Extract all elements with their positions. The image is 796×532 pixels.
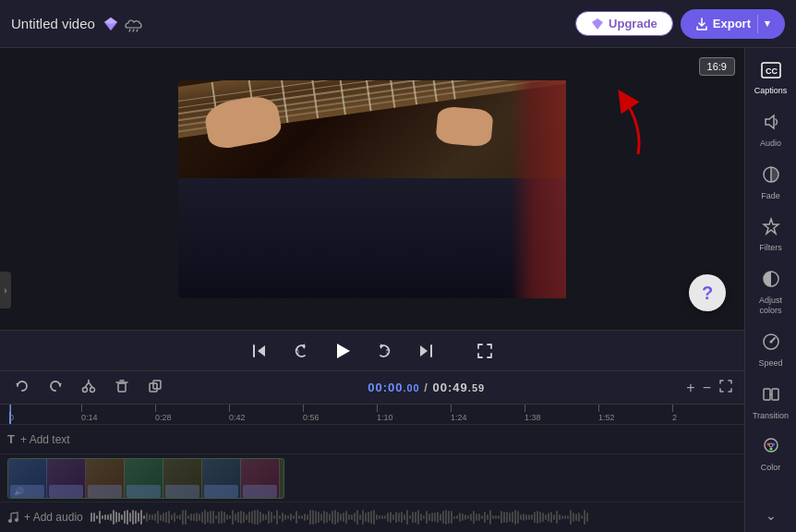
zoom-out-button[interactable]: −	[703, 380, 711, 396]
wave-bar	[199, 514, 200, 520]
wave-bar	[307, 514, 308, 519]
wave-bar	[132, 510, 134, 525]
total-time-ms: .59	[468, 382, 485, 393]
ruler-mark-14: 0:14	[81, 405, 98, 424]
wave-bar	[129, 513, 131, 523]
wave-bar	[467, 515, 469, 520]
sidebar-item-adjust-colors[interactable]: Adjust colors	[745, 262, 796, 323]
wave-bar	[196, 513, 198, 522]
wave-bar	[185, 510, 187, 524]
volume-indicator-1: 🔊	[14, 487, 24, 496]
wave-bar	[135, 511, 137, 523]
timeline-time-display: 00:00.00 / 00:49.59	[177, 381, 675, 394]
fullscreen-button[interactable]	[473, 339, 497, 363]
wave-bar	[390, 512, 392, 524]
captions-label: Captions	[754, 86, 788, 96]
topbar-icons	[103, 16, 143, 32]
wave-bar	[586, 513, 588, 522]
svg-marker-32	[766, 115, 774, 128]
ruler-mark-28: 0:28	[155, 405, 172, 424]
video-clip[interactable]: 🔊	[7, 458, 284, 499]
wave-bar	[417, 510, 419, 525]
cut-button[interactable]	[78, 377, 100, 398]
ruler-tick-14	[81, 405, 82, 412]
wave-bar	[553, 514, 555, 520]
sidebar-item-audio[interactable]: Audio	[745, 105, 796, 156]
sidebar-item-transition[interactable]: Transition	[745, 378, 796, 429]
export-button[interactable]: Export ▾	[681, 9, 785, 39]
wave-bar	[489, 510, 491, 526]
timeline-ruler: 0 0:14 0:28 0:42 0:56 1:10 1:24 1:38 1:5…	[0, 405, 744, 425]
wave-bar	[561, 515, 563, 518]
delete-button[interactable]	[111, 377, 133, 398]
ruler-tick-152	[598, 405, 599, 412]
svg-marker-9	[302, 344, 305, 349]
wave-bar	[431, 513, 433, 522]
duplicate-button[interactable]	[144, 377, 166, 398]
wave-bar	[359, 514, 361, 521]
svg-text:CC: CC	[766, 66, 778, 76]
left-panel-expand[interactable]: ›	[0, 272, 11, 308]
wave-bar	[420, 514, 422, 521]
fit-button[interactable]	[718, 379, 733, 397]
center-area: › ‹	[0, 48, 744, 532]
wave-bar	[370, 511, 372, 524]
wave-bar	[127, 510, 128, 525]
sidebar-item-color[interactable]: Color	[745, 429, 796, 480]
wave-bar	[575, 514, 577, 522]
add-audio-label: + Add audio	[24, 511, 83, 524]
sidebar-item-speed[interactable]: Speed	[745, 325, 796, 376]
app-title: Untitled video	[11, 16, 95, 31]
wave-bar	[550, 512, 552, 523]
wave-bar	[492, 515, 494, 519]
wave-bar	[451, 511, 452, 524]
fast-forward-icon: 5	[377, 343, 393, 359]
svg-rect-38	[764, 389, 770, 400]
wave-bar	[462, 514, 464, 520]
wave-bar	[426, 511, 428, 525]
play-button[interactable]	[329, 337, 356, 365]
speed-label: Speed	[758, 358, 782, 369]
time-separator: /	[424, 381, 432, 394]
ruler-tick-42	[229, 405, 230, 412]
wave-bar	[503, 512, 505, 522]
text-track-row[interactable]: T + Add text	[0, 425, 744, 454]
skip-to-start-button[interactable]	[247, 339, 271, 363]
sidebar-chevron-down[interactable]: ⌄	[762, 504, 780, 526]
sidebar-item-filters[interactable]: Filters	[745, 210, 796, 260]
filters-icon	[762, 217, 780, 240]
wave-bar	[237, 512, 239, 523]
wave-bar	[506, 512, 508, 523]
redo-button[interactable]	[44, 377, 66, 398]
undo-icon	[15, 379, 30, 393]
ruler-tick-110	[377, 405, 378, 412]
wave-bar	[329, 514, 331, 520]
svg-point-45	[769, 443, 773, 447]
clip-thumb-5	[163, 459, 202, 499]
filters-label: Filters	[759, 243, 782, 253]
wave-bar	[290, 514, 292, 520]
wave-bar	[174, 513, 175, 523]
help-button[interactable]: ?	[689, 274, 726, 311]
wave-bar	[96, 515, 98, 519]
rewind-button[interactable]: 5	[288, 339, 312, 363]
export-caret-icon[interactable]: ▾	[765, 18, 770, 30]
timeline-zoom-controls: + −	[686, 379, 733, 397]
cut-icon	[81, 379, 96, 393]
zoom-in-button[interactable]: +	[686, 380, 694, 396]
wave-bar	[226, 514, 228, 520]
wave-bar	[559, 514, 561, 520]
wave-bar	[470, 514, 472, 520]
skip-to-end-button[interactable]	[414, 339, 438, 363]
undo-button[interactable]	[11, 377, 33, 398]
aspect-ratio-badge[interactable]: 16:9	[699, 57, 735, 76]
fast-forward-button[interactable]: 5	[373, 339, 397, 363]
wave-bar	[365, 513, 367, 522]
fade-icon	[762, 165, 780, 188]
wave-bar	[259, 512, 261, 522]
wave-bar	[437, 512, 439, 523]
sidebar-item-captions[interactable]: CC Captions	[745, 54, 796, 103]
upgrade-button[interactable]: Upgrade	[575, 11, 673, 36]
sidebar-item-fade[interactable]: Fade	[745, 158, 796, 209]
audio-waveform	[90, 508, 737, 526]
